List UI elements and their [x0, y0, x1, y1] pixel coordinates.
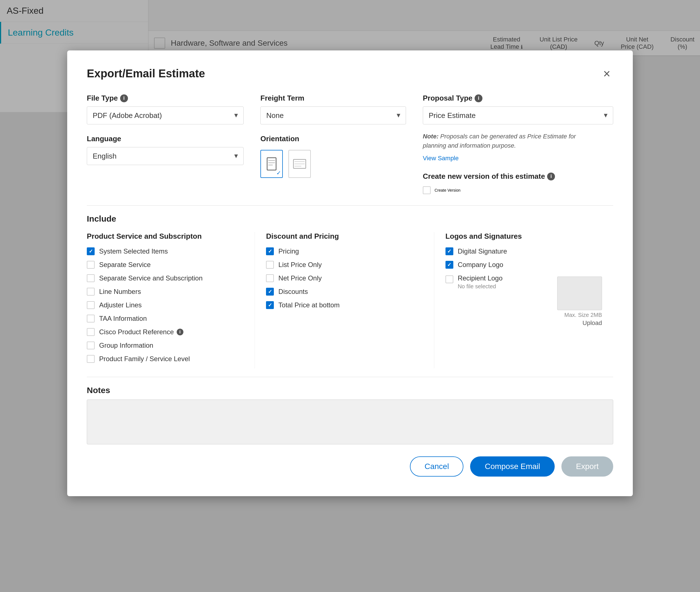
- cisco-product-ref-info-icon: i: [177, 329, 183, 335]
- portrait-icon: [267, 157, 277, 170]
- notes-label: Notes: [87, 386, 613, 395]
- create-version-label: Create new version of this estimate i: [423, 172, 613, 181]
- freight-term-select[interactable]: None: [260, 106, 406, 125]
- proposal-type-group: Proposal Type i Price Estimate ▼: [423, 94, 613, 125]
- proposal-note: Note: Proposals can be generated as Pric…: [423, 132, 585, 150]
- product-service-column: Product Service and Subscripton System S…: [87, 232, 255, 368]
- cb-taa-info: TAA Information: [87, 315, 243, 323]
- upload-box[interactable]: [557, 277, 602, 310]
- recipient-logo-checkbox[interactable]: [445, 276, 453, 283]
- cb-list-price-only: List Price Only: [266, 261, 423, 269]
- system-selected-checkbox[interactable]: [87, 247, 95, 255]
- orientation-options: ✓: [260, 150, 406, 178]
- max-size-text: Max. Size 2MB: [564, 312, 602, 318]
- list-price-only-checkbox[interactable]: [266, 261, 274, 269]
- compose-email-button[interactable]: Compose Email: [470, 456, 555, 477]
- create-version-checkbox[interactable]: [423, 186, 431, 194]
- company-logo-label: Company Logo: [458, 261, 503, 269]
- recipient-logo-label: Recipient Logo: [458, 274, 502, 282]
- system-selected-label: System Selected Items: [99, 247, 168, 255]
- adjuster-lines-checkbox[interactable]: [87, 301, 95, 309]
- close-button[interactable]: ×: [600, 67, 613, 80]
- pricing-label: Pricing: [278, 247, 299, 255]
- separate-service-label: Separate Service: [99, 261, 151, 269]
- line-numbers-label: Line Numbers: [99, 288, 141, 296]
- adjuster-lines-label: Adjuster Lines: [99, 301, 142, 309]
- cb-company-logo: Company Logo: [445, 261, 602, 269]
- cb-cisco-product-ref: Cisco Product Reference i: [87, 328, 243, 336]
- discount-pricing-column: Discount and Pricing Pricing List Price …: [266, 232, 434, 368]
- net-price-only-checkbox[interactable]: [266, 274, 274, 282]
- cb-separate-service-sub: Separate Service and Subscription: [87, 274, 243, 282]
- taa-info-label: TAA Information: [99, 315, 147, 323]
- pricing-checkbox[interactable]: [266, 247, 274, 255]
- separate-service-sub-label: Separate Service and Subscription: [99, 274, 203, 282]
- language-select-wrapper: English ▼: [87, 147, 244, 165]
- orientation-portrait-btn[interactable]: ✓: [260, 150, 283, 178]
- file-type-group: File Type i PDF (Adobe Acrobat) ▼: [87, 94, 244, 125]
- file-type-select[interactable]: PDF (Adobe Acrobat): [87, 106, 244, 125]
- discounts-label: Discounts: [278, 288, 308, 296]
- product-family-label: Product Family / Service Level: [99, 355, 190, 363]
- cb-group-info: Group Information: [87, 342, 243, 349]
- file-type-info-icon: i: [120, 94, 128, 102]
- proposal-type-select-wrapper: Price Estimate ▼: [423, 106, 613, 125]
- product-service-title: Product Service and Subscripton: [87, 232, 243, 241]
- taa-info-checkbox[interactable]: [87, 315, 95, 323]
- cisco-product-ref-checkbox[interactable]: [87, 328, 95, 336]
- cb-digital-signature: Digital Signature: [445, 247, 602, 255]
- separate-service-checkbox[interactable]: [87, 261, 95, 269]
- notes-textarea[interactable]: [87, 399, 613, 444]
- notes-divider: [87, 377, 613, 377]
- freight-term-label: Freight Term: [260, 94, 406, 103]
- freight-term-group: Freight Term None ▼: [260, 94, 406, 125]
- separate-service-sub-checkbox[interactable]: [87, 274, 95, 282]
- digital-signature-label: Digital Signature: [458, 247, 507, 255]
- buttons-row: Cancel Compose Email Export: [87, 456, 613, 477]
- cisco-product-ref-label: Cisco Product Reference i: [99, 328, 183, 336]
- cancel-button[interactable]: Cancel: [410, 456, 464, 477]
- proposal-type-info-icon: i: [475, 94, 482, 102]
- cb-discounts: Discounts: [266, 288, 423, 296]
- view-sample-link[interactable]: View Sample: [423, 155, 613, 162]
- language-group: Language English ▼: [87, 135, 244, 165]
- export-email-modal: Export/Email Estimate × File Type i PDF …: [67, 50, 633, 496]
- cb-system-selected: System Selected Items: [87, 247, 243, 255]
- language-select[interactable]: English: [87, 147, 244, 165]
- cb-separate-service: Separate Service: [87, 261, 243, 269]
- create-version-checkbox-label: Create Version: [435, 188, 461, 193]
- no-file-selected-text: No file selected: [458, 283, 502, 290]
- freight-term-select-wrapper: None ▼: [260, 106, 406, 125]
- net-price-only-label: Net Price Only: [278, 274, 322, 282]
- cb-pricing: Pricing: [266, 247, 423, 255]
- file-type-select-wrapper: PDF (Adobe Acrobat) ▼: [87, 106, 244, 125]
- cb-total-price-bottom: Total Price at bottom: [266, 301, 423, 309]
- total-price-bottom-checkbox[interactable]: [266, 301, 274, 309]
- section-divider: [87, 205, 613, 206]
- proposal-type-select[interactable]: Price Estimate: [423, 106, 613, 125]
- modal-header: Export/Email Estimate ×: [87, 67, 613, 80]
- digital-signature-checkbox[interactable]: [445, 247, 453, 255]
- form-row-top: File Type i PDF (Adobe Acrobat) ▼ Langua…: [87, 94, 613, 194]
- export-button[interactable]: Export: [561, 456, 613, 477]
- cb-product-family: Product Family / Service Level: [87, 355, 243, 363]
- upload-link[interactable]: Upload: [582, 319, 602, 327]
- group-info-label: Group Information: [99, 342, 153, 349]
- recipient-logo-area: Recipient Logo No file selected: [458, 274, 502, 290]
- landscape-icon: [293, 159, 306, 169]
- cb-recipient-logo: Recipient Logo No file selected Max. Siz…: [445, 274, 602, 327]
- cb-line-numbers: Line Numbers: [87, 288, 243, 296]
- discounts-checkbox[interactable]: [266, 288, 274, 296]
- language-label: Language: [87, 135, 244, 143]
- line-numbers-checkbox[interactable]: [87, 288, 95, 296]
- product-family-checkbox[interactable]: [87, 355, 95, 363]
- cb-adjuster-lines: Adjuster Lines: [87, 301, 243, 309]
- list-price-only-label: List Price Only: [278, 261, 322, 269]
- group-info-checkbox[interactable]: [87, 342, 95, 349]
- company-logo-checkbox[interactable]: [445, 261, 453, 269]
- cb-net-price-only: Net Price Only: [266, 274, 423, 282]
- create-version-row: Create Version: [423, 186, 613, 194]
- logos-signatures-title: Logos and Signatures: [445, 232, 602, 241]
- orientation-landscape-btn[interactable]: [288, 150, 311, 178]
- orientation-label: Orientation: [260, 135, 406, 143]
